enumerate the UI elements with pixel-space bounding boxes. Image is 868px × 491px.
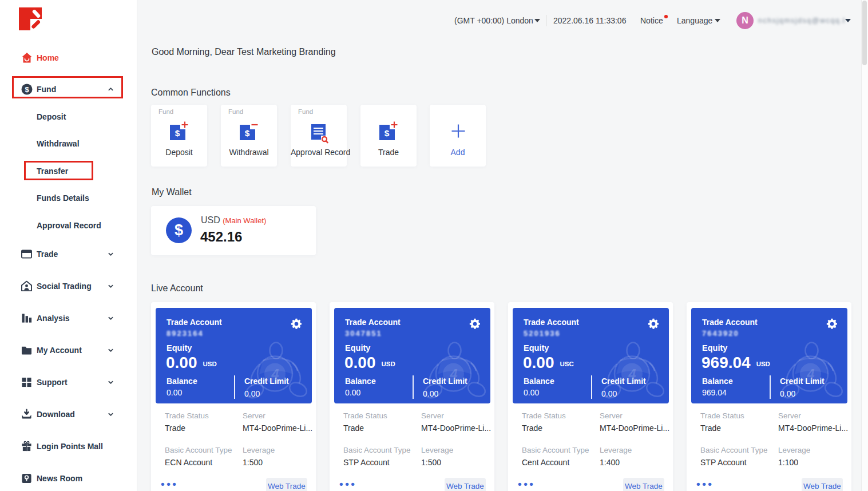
svg-text:$: $ [385,128,390,138]
svg-text:$: $ [175,128,180,138]
svg-text:$: $ [245,128,250,138]
